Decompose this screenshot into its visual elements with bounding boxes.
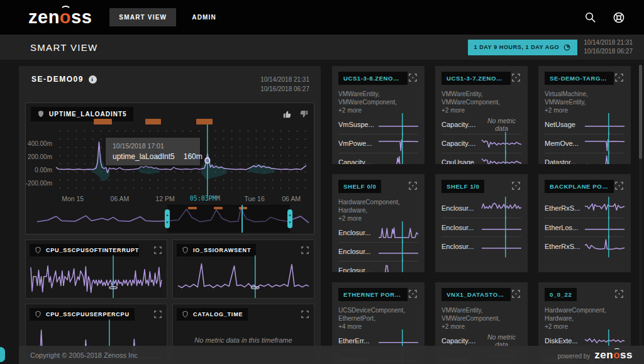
metric-label: Enclosur... <box>441 204 478 212</box>
metric-row[interactable]: VmSuspe... <box>338 115 418 134</box>
metric-label: Enclosur... <box>338 248 375 255</box>
no-metric-data-note: No metric data <box>482 117 521 132</box>
metric-row[interactable]: Capacity.... <box>441 134 521 153</box>
focus-icon[interactable] <box>511 72 521 85</box>
metric-row[interactable]: Enclosur... <box>441 199 521 218</box>
powered-by-label: powered by <box>558 353 591 360</box>
metric-rows: Capacity....No metric dataCapacity....Cp… <box>441 115 521 164</box>
entity-card-description: HardwareComponent, Hardware, +2 more <box>338 198 418 223</box>
nav-item-smart-view[interactable]: SMART VIEW <box>109 8 176 26</box>
scrollbar-thumb[interactable] <box>639 65 642 159</box>
focus-icon[interactable] <box>511 180 521 194</box>
search-icon[interactable] <box>584 11 596 23</box>
logo-o-icon: o <box>60 8 71 26</box>
metric-row[interactable]: EtherRxS... <box>545 236 625 255</box>
metric-row[interactable]: Capacity.... <box>338 153 418 164</box>
annotation-marker-mini[interactable] <box>188 207 197 209</box>
corner-widget[interactable] <box>0 347 5 362</box>
entity-card-3: SHELF 0/0HardwareComponent, Hardware, +2… <box>332 174 425 272</box>
metric-panel-chart[interactable] <box>31 260 162 295</box>
metric-rows: VmSuspe...VmPowe...Capacity.... <box>338 115 418 164</box>
metric-label: NetUsage <box>545 121 581 128</box>
annotation-marker[interactable] <box>196 119 213 124</box>
entity-card-title[interactable]: VNX1_DATASTORE_LUN1 <box>441 288 511 301</box>
nav-item-admin[interactable]: ADMIN <box>182 8 226 26</box>
metric-row[interactable]: VmPowe... <box>338 134 418 153</box>
overview-brush-chart[interactable] <box>37 206 309 231</box>
metric-label: Enclosur... <box>338 267 375 272</box>
logo-text: zen <box>28 7 60 27</box>
metric-row[interactable]: CpuUsage <box>441 153 521 164</box>
info-icon[interactable] <box>89 75 97 84</box>
focus-icon[interactable] <box>408 72 418 85</box>
entity-card-title[interactable]: SHELF 1/0 <box>441 180 484 193</box>
metric-row[interactable]: MemOve... <box>545 134 625 153</box>
entity-card-title[interactable]: UCS1-3-7.ZENOSS.LOC <box>441 72 511 85</box>
scrollbar-track[interactable] <box>639 65 642 354</box>
time-range-button[interactable]: 1 DAY 9 HOURS, 1 DAY AGO <box>468 40 578 55</box>
metric-sparkline <box>482 219 521 236</box>
metric-sparkline <box>585 116 625 133</box>
logo-text-2: ss <box>71 7 92 27</box>
entity-card-title[interactable]: UCS1-3-8.ZENOSS.LOC <box>338 72 408 85</box>
metric-row[interactable]: NetUsage <box>545 115 625 134</box>
expand-icon[interactable] <box>153 244 163 258</box>
metric-row[interactable]: EtherLos... <box>545 218 625 236</box>
entity-card-title[interactable]: BACKPLANE PORT 3/2/27 <box>545 180 614 193</box>
entity-card-title[interactable]: ETHERNET PORT B/1/3 <box>338 288 408 301</box>
metric-sparkline <box>379 135 418 152</box>
focus-icon[interactable] <box>614 72 625 85</box>
metric-row[interactable]: Enclosur... <box>338 223 418 242</box>
focus-icon[interactable] <box>511 288 521 302</box>
entity-card-title[interactable]: SE-DEMO-TARGET09 <box>545 72 614 85</box>
y-axis-tick: 0.00m <box>35 167 52 174</box>
thumbs-up-icon[interactable] <box>282 109 292 119</box>
content-area: SE-DEMO09 10/14/2018 21:31 10/16/2018 06… <box>0 60 644 364</box>
shield-icon <box>37 110 45 118</box>
expand-icon[interactable] <box>153 308 163 322</box>
help-buoy-icon[interactable] <box>613 11 625 24</box>
metric-row[interactable]: EtherRxS... <box>545 199 625 218</box>
brush-handle-left[interactable] <box>165 209 170 228</box>
brush-selection[interactable] <box>167 205 289 233</box>
metric-label: EtherLos... <box>545 224 581 231</box>
expand-icon[interactable] <box>300 244 310 258</box>
metric-sparkline <box>585 135 625 152</box>
focus-icon[interactable] <box>614 180 625 194</box>
metric-label: DiskExte... <box>545 337 581 345</box>
annotation-marker[interactable] <box>94 119 112 124</box>
metric-row[interactable]: Datastor... <box>545 153 625 164</box>
expand-icon[interactable] <box>300 308 310 322</box>
annotation-marker-mini[interactable] <box>214 207 223 209</box>
annotation-marker[interactable] <box>145 119 161 124</box>
annotation-marker-mini[interactable] <box>239 207 247 209</box>
main-chart-title: UPTIME_LALOADINT5 <box>49 111 127 118</box>
device-header: SE-DEMO09 10/14/2018 21:31 10/16/2018 06… <box>24 74 316 102</box>
metric-row[interactable]: Enclosur... <box>338 261 418 272</box>
brush-handle-right[interactable] <box>287 209 292 228</box>
feedback-controls <box>282 109 309 119</box>
metric-panel-1: IO_SSIORAWSENT <box>172 240 314 299</box>
entity-card-title[interactable]: SHELF 0/0 <box>338 180 381 193</box>
metric-row[interactable]: Enclosur... <box>338 242 418 261</box>
y-axis-tick: 200.00m <box>28 153 52 160</box>
footer: Copyright © 2005-2018 Zenoss Inc powered… <box>19 346 644 364</box>
metric-sparkline <box>585 153 625 164</box>
zenoss-logo[interactable]: zenoss <box>28 8 92 26</box>
copyright-text: Copyright © 2005-2018 Zenoss Inc <box>30 351 138 359</box>
focus-icon[interactable] <box>408 180 418 194</box>
metric-row[interactable]: Enclosur... <box>441 236 521 255</box>
thumbs-down-icon[interactable] <box>299 109 309 119</box>
metric-row[interactable]: Enclosur... <box>441 218 521 236</box>
entity-card-description: VirtualMachine, VMWareEntity, +2 more <box>545 90 625 115</box>
metric-rows: Enclosur...Enclosur...Enclosur... <box>338 223 418 272</box>
metric-row[interactable]: Capacity....No metric data <box>441 115 521 134</box>
footer-logo-o-icon: o <box>613 350 620 360</box>
device-panel: SE-DEMO09 10/14/2018 21:31 10/16/2018 06… <box>19 66 321 364</box>
focus-icon[interactable] <box>614 288 625 302</box>
metric-panel-grid: CPU_SSCPUSOFTINTERRUPTPERCPUIO_SSIORAWSE… <box>25 240 314 363</box>
y-axis-tick: 400.00m <box>28 140 52 147</box>
metric-panel-chart[interactable] <box>178 260 309 295</box>
entity-card-title[interactable]: 0_0_22 <box>545 288 577 301</box>
focus-icon[interactable] <box>408 288 418 302</box>
